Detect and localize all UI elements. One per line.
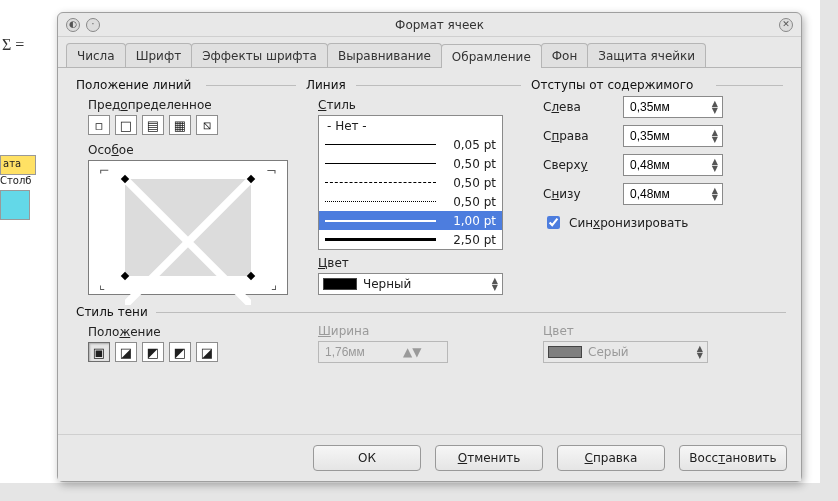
chevron-updown-icon: ▲▼ [492, 277, 498, 291]
formula-bar-icons: Σ = [2, 36, 47, 58]
line-style-4[interactable]: 1,00 pt [319, 211, 502, 230]
stepper-icon: ▲▼ [403, 345, 421, 359]
line-color-value: Черный [363, 277, 411, 291]
sync-checkbox[interactable] [547, 216, 560, 229]
group-shadow: Стиль тени Положение ▣ ◪ ◩ ◩ ◪ [76, 305, 296, 368]
preset-box-hori[interactable]: ▤ [142, 115, 164, 135]
line-style-3[interactable]: 0,50 pt [319, 192, 502, 211]
preset-buttons: ▫ □ ▤ ▦ ⧅ [88, 115, 296, 135]
tab-background[interactable]: Фон [541, 43, 589, 67]
label-shadow-color: Цвет [543, 324, 783, 338]
label-padding-bottom: Снизу [543, 187, 615, 201]
bg-cell-yellow: ата [0, 155, 36, 175]
help-button[interactable]: Справка [557, 445, 665, 471]
group-shadow-width: Ширина ▲▼ [306, 305, 521, 368]
label-padding-left: Слева [543, 100, 615, 114]
legend-shadow: Стиль тени [76, 305, 296, 319]
line-style-5[interactable]: 2,50 pt [319, 230, 502, 249]
line-style-0[interactable]: 0,05 pt [319, 135, 502, 154]
padding-left-input[interactable] [628, 99, 688, 115]
window-menu-icon[interactable]: ◐ [66, 18, 80, 32]
shadow-bottom-left[interactable]: ◩ [169, 342, 191, 362]
label-shadow-width: Ширина [318, 324, 521, 338]
shadow-top-left[interactable]: ◪ [196, 342, 218, 362]
shadow-width-input [323, 344, 403, 360]
bg-cell-label: Столб [0, 175, 31, 186]
ok-button[interactable]: ОК [313, 445, 421, 471]
label-color: Цвет [318, 256, 521, 270]
stepper-icon[interactable]: ▲▼ [712, 187, 718, 201]
tab-font[interactable]: Шрифт [125, 43, 193, 67]
label-user-defined: Особое [88, 143, 296, 157]
preset-none[interactable]: ▫ [88, 115, 110, 135]
label-padding-right: Справа [543, 129, 615, 143]
format-cells-dialog: ◐ · Формат ячеек ✕ Числа Шрифт Эффекты ш… [57, 12, 802, 482]
tab-numbers[interactable]: Числа [66, 43, 126, 67]
close-icon[interactable]: ✕ [779, 18, 793, 32]
tab-list: Числа Шрифт Эффекты шрифта Выравнивание … [58, 37, 801, 68]
tab-alignment[interactable]: Выравнивание [327, 43, 442, 67]
dialog-buttons: ОК Отменить Справка Восстановить [58, 434, 801, 481]
label-shadow-position: Положение [88, 325, 296, 339]
preset-box-diag[interactable]: ⧅ [196, 115, 218, 135]
window-sticky-icon[interactable]: · [86, 18, 100, 32]
tab-borders[interactable]: Обрамление [441, 44, 542, 68]
stepper-icon[interactable]: ▲▼ [712, 100, 718, 114]
label-sync: Синхронизировать [569, 216, 688, 230]
dialog-title: Формат ячеек [395, 18, 484, 32]
color-swatch-icon [548, 346, 582, 358]
legend-line: Линия [306, 78, 521, 92]
group-line: Линия Стиль - Нет - 0,05 pt 0,50 pt 0,50… [306, 78, 521, 295]
preview-diagonals [125, 179, 251, 305]
label-style: Стиль [318, 98, 521, 112]
group-shadow-color: Цвет Серый ▲▼ [531, 305, 783, 368]
preset-box[interactable]: □ [115, 115, 137, 135]
line-style-listbox[interactable]: - Нет - 0,05 pt 0,50 pt 0,50 pt 0,50 pt … [318, 115, 503, 250]
legend-line-arrangement: Положение линий [76, 78, 296, 92]
line-color-combo[interactable]: Черный ▲▼ [318, 273, 503, 295]
shadow-position-buttons: ▣ ◪ ◩ ◩ ◪ [88, 342, 296, 362]
color-swatch-icon [323, 278, 357, 290]
shadow-color-combo: Серый ▲▼ [543, 341, 708, 363]
shadow-bottom-right[interactable]: ◪ [115, 342, 137, 362]
line-style-2[interactable]: 0,50 pt [319, 173, 502, 192]
group-line-arrangement: Положение линий Предопределенное ▫ □ ▤ ▦… [76, 78, 296, 295]
reset-button[interactable]: Восстановить [679, 445, 787, 471]
line-style-1[interactable]: 0,50 pt [319, 154, 502, 173]
spin-padding-right[interactable]: ▲▼ [623, 125, 723, 147]
titlebar: ◐ · Формат ячеек ✕ [58, 13, 801, 37]
shadow-color-value: Серый [588, 345, 629, 359]
tab-cell-protection[interactable]: Защита ячейки [587, 43, 706, 67]
stepper-icon[interactable]: ▲▼ [712, 129, 718, 143]
legend-padding: Отступы от содержимого [531, 78, 783, 92]
spin-padding-left[interactable]: ▲▼ [623, 96, 723, 118]
padding-top-input[interactable] [628, 157, 688, 173]
cancel-button[interactable]: Отменить [435, 445, 543, 471]
padding-bottom-input[interactable] [628, 186, 688, 202]
chevron-updown-icon: ▲▼ [697, 345, 703, 359]
line-style-6[interactable]: 4,00 pt [319, 249, 502, 250]
border-preview[interactable]: ⌐ ¬ ⌞ ⌟ [88, 160, 288, 295]
group-padding: Отступы от содержимого Слева ▲▼ Справа ▲… [531, 78, 783, 295]
stepper-icon[interactable]: ▲▼ [712, 158, 718, 172]
preset-box-grid[interactable]: ▦ [169, 115, 191, 135]
spin-shadow-width: ▲▼ [318, 341, 448, 363]
spin-padding-bottom[interactable]: ▲▼ [623, 183, 723, 205]
tab-font-effects[interactable]: Эффекты шрифта [191, 43, 328, 67]
label-predefined: Предопределенное [88, 98, 296, 112]
spin-padding-top[interactable]: ▲▼ [623, 154, 723, 176]
shadow-top-right[interactable]: ◩ [142, 342, 164, 362]
bg-cell-cyan [0, 190, 30, 220]
shadow-none[interactable]: ▣ [88, 342, 110, 362]
padding-right-input[interactable] [628, 128, 688, 144]
line-style-none[interactable]: - Нет - [319, 116, 502, 135]
label-padding-top: Сверху [543, 158, 615, 172]
